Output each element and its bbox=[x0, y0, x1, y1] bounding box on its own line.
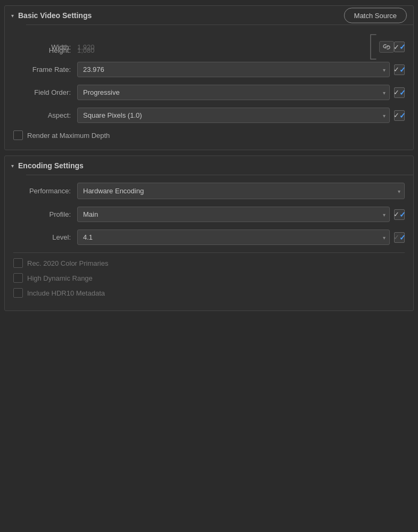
encoding-settings-title: Encoding Settings bbox=[18, 161, 84, 170]
field-order-select[interactable]: Progressive Upper Field First Lower Fiel… bbox=[77, 85, 390, 100]
field-order-checkbox-wrapper: ✓ bbox=[394, 87, 405, 98]
render-max-depth-row: Render at Maximum Depth bbox=[13, 130, 405, 140]
main-panel: ▾ Basic Video Settings Match Source Widt… bbox=[0, 5, 418, 311]
height-label: Height: bbox=[13, 46, 77, 54]
encoding-settings-section: ▾ Encoding Settings Performance: Hardwar… bbox=[4, 155, 414, 311]
aspect-select[interactable]: Square Pixels (1.0) D1/DV NTSC (0.9091) … bbox=[77, 108, 390, 123]
profile-row: Profile: Main High Baseline ▾ ✓ bbox=[13, 207, 405, 222]
basic-video-settings-content: Width: 1,920 bbox=[5, 25, 413, 150]
rec2020-row: Rec. 2020 Color Primaries bbox=[13, 258, 405, 268]
frame-rate-checkbox[interactable]: ✓ bbox=[394, 64, 405, 75]
field-order-check-icon: ✓ bbox=[394, 88, 399, 96]
rec2020-checkbox[interactable] bbox=[13, 258, 23, 268]
encoding-settings-header: ▾ Encoding Settings bbox=[5, 156, 413, 175]
profile-label: Profile: bbox=[13, 210, 77, 218]
hdr-checkbox[interactable] bbox=[13, 273, 23, 283]
field-order-select-wrapper: Progressive Upper Field First Lower Fiel… bbox=[77, 85, 390, 100]
aspect-checkbox-wrapper: ✓ bbox=[394, 110, 405, 121]
hdr-label: High Dynamic Range bbox=[27, 274, 93, 282]
aspect-select-wrapper: Square Pixels (1.0) D1/DV NTSC (0.9091) … bbox=[77, 108, 390, 123]
profile-check-icon: ✓ bbox=[394, 210, 399, 218]
hdr10-checkbox[interactable] bbox=[13, 288, 23, 298]
performance-select[interactable]: Hardware Encoding Software Encoding bbox=[77, 183, 405, 199]
render-max-depth-label: Render at Maximum Depth bbox=[27, 132, 110, 140]
level-check-icon: ✓ bbox=[394, 233, 399, 241]
basic-video-chevron-icon[interactable]: ▾ bbox=[11, 13, 14, 19]
hdr10-row: Include HDR10 Metadata bbox=[13, 288, 405, 298]
field-order-label: Field Order: bbox=[13, 88, 77, 96]
encoding-chevron-icon[interactable]: ▾ bbox=[11, 163, 14, 169]
basic-video-settings-title: Basic Video Settings bbox=[18, 11, 92, 20]
aspect-checkbox[interactable]: ✓ bbox=[394, 110, 405, 121]
level-select-wrapper: 4.1 4.0 3.1 3.0 ▾ bbox=[77, 230, 390, 245]
profile-select[interactable]: Main High Baseline bbox=[77, 207, 390, 222]
divider-1 bbox=[13, 252, 405, 253]
level-row: Level: 4.1 4.0 3.1 3.0 ▾ ✓ bbox=[13, 230, 405, 245]
field-order-row: Field Order: Progressive Upper Field Fir… bbox=[13, 85, 405, 100]
aspect-row: Aspect: Square Pixels (1.0) D1/DV NTSC (… bbox=[13, 108, 405, 123]
frame-rate-checkbox-wrapper: ✓ bbox=[394, 64, 405, 75]
hdr-row: High Dynamic Range bbox=[13, 273, 405, 283]
basic-video-settings-header: ▾ Basic Video Settings Match Source bbox=[5, 6, 413, 25]
level-select[interactable]: 4.1 4.0 3.1 3.0 bbox=[77, 230, 390, 245]
match-source-button[interactable]: Match Source bbox=[344, 8, 407, 23]
frame-rate-select[interactable]: 23.976 24 25 29.97 30 bbox=[77, 62, 390, 77]
aspect-label: Aspect: bbox=[13, 111, 77, 119]
level-checkbox-wrapper: ✓ bbox=[394, 232, 405, 243]
dimension-group: Width: 1,920 bbox=[13, 32, 405, 54]
performance-row: Performance: Hardware Encoding Software … bbox=[13, 183, 405, 199]
hdr10-label: Include HDR10 Metadata bbox=[27, 289, 105, 297]
height-row: Height: 1,080 bbox=[13, 46, 405, 54]
performance-select-wrapper: Hardware Encoding Software Encoding ▾ bbox=[77, 183, 405, 199]
frame-rate-select-wrapper: 23.976 24 25 29.97 30 ▾ bbox=[77, 62, 390, 77]
level-checkbox[interactable]: ✓ bbox=[394, 232, 405, 243]
frame-rate-label: Frame Rate: bbox=[13, 66, 77, 73]
basic-video-settings-section: ▾ Basic Video Settings Match Source Widt… bbox=[4, 5, 414, 150]
rec2020-label: Rec. 2020 Color Primaries bbox=[27, 259, 108, 267]
aspect-check-icon: ✓ bbox=[394, 111, 399, 119]
height-value: 1,080 bbox=[77, 46, 405, 54]
frame-rate-row: Frame Rate: 23.976 24 25 29.97 30 ▾ ✓ bbox=[13, 62, 405, 77]
profile-checkbox[interactable]: ✓ bbox=[394, 209, 405, 220]
encoding-settings-content: Performance: Hardware Encoding Software … bbox=[5, 175, 413, 310]
frame-rate-check-icon: ✓ bbox=[394, 66, 399, 73]
field-order-checkbox[interactable]: ✓ bbox=[394, 87, 405, 98]
performance-label: Performance: bbox=[13, 187, 77, 195]
level-label: Level: bbox=[13, 233, 77, 241]
profile-checkbox-wrapper: ✓ bbox=[394, 209, 405, 220]
render-max-depth-checkbox[interactable] bbox=[13, 130, 23, 140]
profile-select-wrapper: Main High Baseline ▾ bbox=[77, 207, 390, 222]
